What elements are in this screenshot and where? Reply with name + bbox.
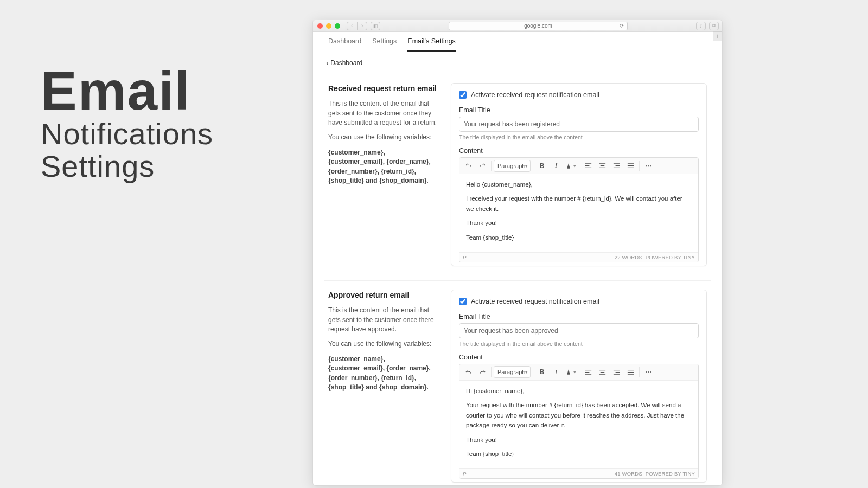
browser-forward-button[interactable]: › [357,22,367,30]
browser-back-button[interactable]: ‹ [347,22,357,30]
activate-checkbox-label: Activate received request notification e… [471,298,599,305]
editor-toolbar: Paragraph▾ B I ▾ ⋯ [459,364,698,381]
browser-titlebar: ‹ › ◧ google.com ⟳ ⇧ ⧉ [313,20,722,32]
email-title-label: Email Title [459,313,699,320]
settings-section: Received request return emailThis is the… [324,74,711,275]
browser-window: ‹ › ◧ google.com ⟳ ⇧ ⧉ + Dashboard Setti… [312,20,723,486]
email-title-input[interactable] [459,117,699,132]
section-description: This is the content of the email that ge… [328,306,440,334]
variables-intro: You can use the following variables: [328,133,440,142]
hero-title: Email Notifications Settings [41,65,213,182]
email-title-hint: The title displayed in the email above t… [459,134,699,140]
align-center-icon[interactable] [596,365,609,378]
hero-line2: Notifications [41,119,213,149]
editor-line: Hi {customer_name}, [466,386,692,396]
section-right-panel: Activate received request notification e… [451,290,707,483]
window-close-button[interactable] [317,23,323,29]
chevron-left-icon: ‹ [326,59,328,67]
paragraph-style-select[interactable]: Paragraph▾ [494,366,531,378]
nav-tabs: Dashboard Settings Email's Settings [313,32,722,52]
redo-icon[interactable] [476,159,489,172]
editor-line: Thank you! [466,435,692,445]
rich-text-editor: Paragraph▾ B I ▾ ⋯ Hi {customer_name},Yo… [459,364,699,479]
text-color-button[interactable]: ▾ [564,365,577,378]
sidebar-toggle-icon[interactable]: ◧ [371,22,380,30]
breadcrumb[interactable]: ‹ Dashboard [313,52,722,73]
editor-line: Thank you! [466,218,692,228]
section-left-column: Received request return emailThis is the… [328,83,440,266]
editor-status-right: 22 WORDS POWERED BY TINY [615,254,695,260]
variables-list: {customer_name}, {customer_email}, {orde… [328,355,440,393]
section-right-panel: Activate received request notification e… [451,83,707,266]
more-options-icon[interactable]: ⋯ [642,159,655,172]
hero-line3: Settings [41,151,213,182]
window-minimize-button[interactable] [326,23,331,29]
activate-checkbox-row[interactable]: Activate received request notification e… [459,91,699,99]
editor-status-right: 41 WORDS POWERED BY TINY [615,471,695,477]
align-justify-icon[interactable] [624,365,637,378]
section-heading: Approved return email [328,290,440,300]
activate-checkbox-row[interactable]: Activate received request notification e… [459,298,699,305]
italic-button[interactable]: I [550,365,563,378]
editor-content[interactable]: Hello {customer_name},I received your re… [459,174,698,252]
settings-section: Approved return emailThis is the content… [324,280,711,486]
address-bar[interactable]: google.com ⟳ [449,22,628,30]
align-left-icon[interactable] [582,365,595,378]
activate-checkbox[interactable] [459,91,467,99]
align-justify-icon[interactable] [624,159,637,172]
variables-list: {customer_name}, {customer_email}, {orde… [328,148,440,186]
editor-line: Team {shop_title} [466,233,692,242]
more-options-icon[interactable]: ⋯ [642,365,655,378]
email-title-hint: The title displayed in the email above t… [459,341,699,347]
section-heading: Received request return email [328,83,440,94]
align-left-icon[interactable] [582,159,595,172]
editor-status-p: P [463,254,466,260]
undo-icon[interactable] [462,159,475,172]
activate-checkbox[interactable] [459,298,467,305]
hero-line1: Email [41,65,213,117]
rich-text-editor: Paragraph▾ B I ▾ ⋯ Hello {customer_name}… [459,157,699,262]
tab-settings[interactable]: Settings [372,37,397,52]
editor-toolbar: Paragraph▾ B I ▾ ⋯ [459,158,698,174]
paragraph-style-select[interactable]: Paragraph▾ [494,160,531,172]
new-tab-button[interactable]: + [713,31,723,41]
window-maximize-button[interactable] [335,23,340,29]
email-title-label: Email Title [459,106,699,114]
editor-line: Hello {customer_name}, [466,179,692,189]
align-right-icon[interactable] [610,365,623,378]
reload-icon[interactable]: ⟳ [620,23,624,29]
redo-icon[interactable] [476,365,489,378]
breadcrumb-label: Dashboard [330,59,362,67]
tab-dashboard[interactable]: Dashboard [328,37,361,52]
italic-button[interactable]: I [550,159,563,172]
content-label: Content [459,147,699,155]
bold-button[interactable]: B [535,159,548,172]
tabs-icon[interactable]: ⧉ [709,22,719,30]
text-color-button[interactable]: ▾ [564,159,577,172]
section-description: This is the content of the email that ge… [328,99,440,127]
share-icon[interactable]: ⇧ [696,22,706,30]
editor-status-p: P [463,471,466,477]
editor-line: Your request with the number # {return_i… [466,400,692,430]
editor-footer: P22 WORDS POWERED BY TINY [459,252,698,262]
align-right-icon[interactable] [610,159,623,172]
bold-button[interactable]: B [535,365,548,378]
section-left-column: Approved return emailThis is the content… [328,290,440,483]
editor-footer: P41 WORDS POWERED BY TINY [459,468,698,478]
tab-emails-settings[interactable]: Email's Settings [407,37,456,52]
variables-intro: You can use the following variables: [328,339,440,349]
url-text: google.com [524,23,552,29]
email-title-input[interactable] [459,323,699,338]
editor-line: Team {shop_title} [466,449,692,459]
editor-content[interactable]: Hi {customer_name},Your request with the… [459,381,698,468]
align-center-icon[interactable] [596,159,609,172]
content-label: Content [459,354,699,361]
editor-line: I received your request with the number … [466,194,692,214]
undo-icon[interactable] [462,365,475,378]
activate-checkbox-label: Activate received request notification e… [471,91,599,99]
